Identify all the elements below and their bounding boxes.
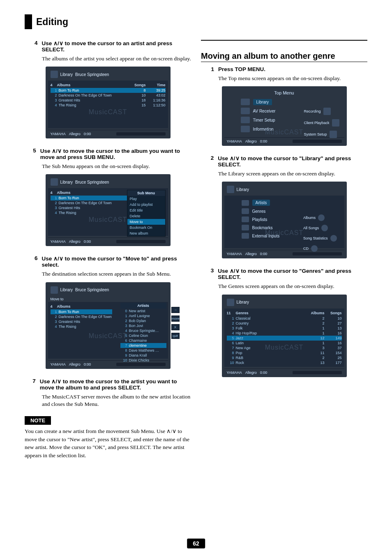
play-time: 0:00	[260, 139, 267, 143]
legend-item: X	[171, 324, 180, 330]
artist-item: 3Bon Jovi	[120, 323, 166, 328]
table-row: 3Greatest Hits181:16:36	[51, 98, 166, 103]
step-number: 5	[32, 147, 36, 160]
artists-title: Artists	[120, 303, 166, 309]
artist-item: 2Bob Dylan	[120, 318, 166, 323]
col-time: Time	[146, 83, 166, 87]
screenshot-moveto: Library Bruce Springsteen Move to 4 Albu…	[46, 282, 171, 369]
col-albums: Albums	[57, 191, 129, 195]
col-count: 11	[227, 311, 236, 315]
library-right-item: Albums	[303, 214, 337, 221]
artist-item: 9Diana Krall	[120, 353, 166, 358]
step-body: The Top menu screen appears on the on-sc…	[218, 75, 367, 82]
left-column: 4 Use ∧/∨ to move the cursor to an artis…	[25, 40, 191, 462]
col-songs: Songs	[129, 83, 146, 87]
topmenu-title: Top Menu	[224, 89, 344, 99]
artist-item: 6Charmaine	[120, 338, 166, 343]
step-3: 3 Use ∧/∨ to move the cursor to "Genres"…	[208, 267, 367, 280]
step-number: 2	[208, 155, 214, 168]
step-instruction: Use ∧/∨ to move the cursor to "Library" …	[218, 155, 367, 168]
sub-menu-title: Sub Menu	[127, 190, 165, 196]
step-number: 3	[208, 267, 214, 280]
legend-item: quit	[171, 333, 180, 339]
library-title: Library	[237, 187, 249, 192]
submenu-item: Delete	[127, 213, 165, 219]
col-count: 4	[51, 191, 57, 195]
page-title: Editing	[36, 16, 68, 28]
table-row: 2Darkness On The Edge Of Town	[51, 314, 112, 319]
step-instruction: Press TOP MENU.	[218, 66, 265, 72]
step-instruction: Use ∧/∨ to move the cursor to an artist …	[42, 40, 191, 53]
page-title-bar: Editing	[25, 14, 367, 29]
progress-meter	[293, 371, 342, 374]
table-row: 10Rock13177	[227, 360, 342, 365]
note-badge: NOTE	[25, 416, 51, 425]
brand: YAMAHA	[227, 139, 242, 143]
crumb-library: Library	[60, 72, 73, 77]
screenshot-library: Library ArtistsGenresPlaylistsBookmarksE…	[222, 182, 347, 258]
note-text: You can create a new artist from the mov…	[25, 427, 191, 459]
progress-meter	[116, 240, 166, 243]
col-songs: Songs	[325, 311, 342, 315]
step-body: The MusicCAST server moves the album to …	[42, 393, 191, 408]
title-accent	[25, 14, 32, 29]
table-row: 3Greatest Hits	[51, 319, 112, 324]
table-row: 8Pop11154	[227, 350, 342, 355]
watermark: MusicCAST	[89, 216, 127, 223]
sub-menu-panel: Sub Menu PlayAdd to playlistEdit titleDe…	[127, 190, 166, 237]
step-body: The Sub Menu appears on the on-screen di…	[42, 163, 191, 170]
table-row: 2Country227	[227, 321, 342, 326]
progress-meter	[293, 140, 342, 143]
brand: YAMAHA	[227, 371, 242, 375]
library-icon	[51, 71, 58, 78]
brand: YAMAHA	[51, 362, 66, 366]
progress-meter	[116, 132, 166, 136]
brand: YAMAHA	[51, 240, 66, 244]
step-number: 6	[32, 255, 38, 268]
table-row: 7New Age337	[227, 345, 342, 350]
library-item: Artists	[242, 200, 338, 206]
col-albums: Albums	[57, 83, 129, 87]
page-number: 62	[187, 539, 205, 548]
now-playing: Allegro	[245, 371, 257, 375]
play-time: 0:00	[84, 132, 91, 136]
crumb-library: Library	[60, 288, 73, 292]
step-instruction: Use ∧/∨ to move the cursor to "Move to" …	[42, 255, 191, 268]
step-body: The Library screen appears on the on-scr…	[218, 170, 367, 177]
step-number: 7	[32, 378, 36, 391]
step-1: 1 Press TOP MENU.	[208, 66, 367, 72]
step-body: The albums of the artist you select appe…	[42, 55, 191, 62]
col-count: 4	[51, 304, 57, 309]
table-row: 1Born To Run	[51, 309, 112, 314]
submenu-item: Bookmark On	[127, 225, 165, 230]
play-time: 0:00	[260, 252, 267, 256]
table-row: 1Classical210	[227, 316, 342, 321]
now-playing: Allegro	[69, 132, 81, 136]
library-icon	[51, 286, 58, 294]
crumb-artist: Bruce Springsteen	[75, 180, 109, 184]
table-row: 4The Rising151:12:50	[51, 103, 166, 108]
step-5: 5 Use ∧/∨ to move the cursor to the albu…	[32, 147, 191, 160]
table-row: 3Folk113	[227, 326, 342, 331]
topmenu-right-item: Client Playback	[304, 119, 339, 127]
right-column: Moving an album to another genre 1 Press…	[201, 40, 367, 462]
step-number: 1	[208, 66, 214, 72]
step-2: 2 Use ∧/∨ to move the cursor to "Library…	[208, 155, 367, 168]
submenu-item: Move to	[127, 219, 165, 225]
topmenu-right-item: Recording	[304, 108, 339, 115]
library-right-item: CD	[303, 245, 337, 252]
library-right-item: All Songs	[303, 225, 337, 231]
topmenu-item: Library	[241, 99, 340, 105]
crumb-library: Library	[60, 180, 73, 184]
artist-item: 0New artist	[120, 309, 166, 313]
submenu-item: New album	[127, 230, 165, 236]
artist-item: 4Bruce Springste…	[120, 328, 166, 333]
brand: YAMAHA	[51, 132, 66, 136]
table-row: 4Hip Hop/Rap116	[227, 331, 342, 336]
submenu-item: Play	[127, 196, 165, 202]
progress-meter	[293, 252, 342, 256]
artist-item: 10Dixie Chicks	[120, 358, 166, 363]
progress-meter	[116, 363, 166, 366]
library-right-item: Song Statistics	[303, 235, 337, 242]
step-6: 6 Use ∧/∨ to move the cursor to "Move to…	[32, 255, 191, 268]
